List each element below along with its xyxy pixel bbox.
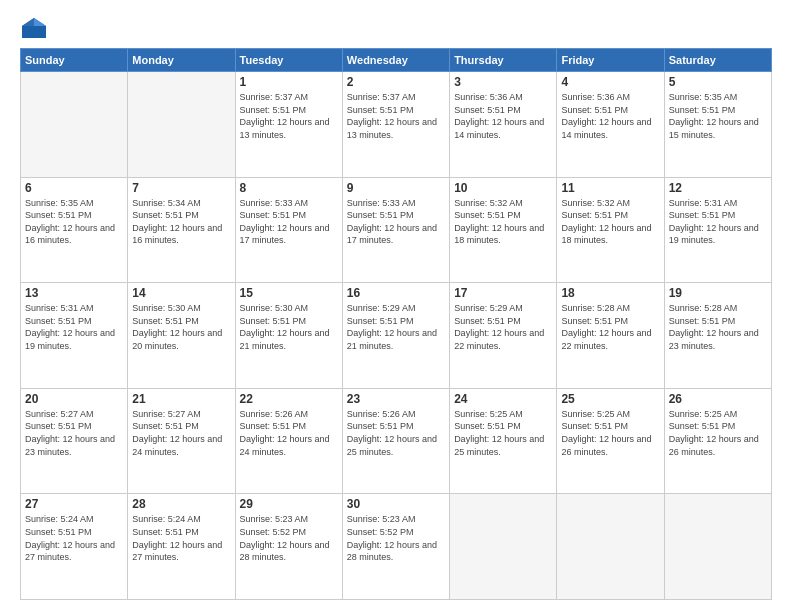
day-info: Sunrise: 5:31 AM Sunset: 5:51 PM Dayligh… <box>669 197 767 247</box>
day-info: Sunrise: 5:35 AM Sunset: 5:51 PM Dayligh… <box>669 91 767 141</box>
day-number: 4 <box>561 75 659 89</box>
day-info: Sunrise: 5:31 AM Sunset: 5:51 PM Dayligh… <box>25 302 123 352</box>
day-info: Sunrise: 5:24 AM Sunset: 5:51 PM Dayligh… <box>132 513 230 563</box>
day-info: Sunrise: 5:28 AM Sunset: 5:51 PM Dayligh… <box>561 302 659 352</box>
day-cell: 10Sunrise: 5:32 AM Sunset: 5:51 PM Dayli… <box>450 177 557 283</box>
column-header-wednesday: Wednesday <box>342 49 449 72</box>
day-info: Sunrise: 5:33 AM Sunset: 5:51 PM Dayligh… <box>347 197 445 247</box>
day-cell: 1Sunrise: 5:37 AM Sunset: 5:51 PM Daylig… <box>235 72 342 178</box>
day-number: 5 <box>669 75 767 89</box>
day-cell: 28Sunrise: 5:24 AM Sunset: 5:51 PM Dayli… <box>128 494 235 600</box>
logo <box>20 16 52 40</box>
day-cell <box>664 494 771 600</box>
day-info: Sunrise: 5:25 AM Sunset: 5:51 PM Dayligh… <box>454 408 552 458</box>
day-info: Sunrise: 5:25 AM Sunset: 5:51 PM Dayligh… <box>561 408 659 458</box>
day-cell: 16Sunrise: 5:29 AM Sunset: 5:51 PM Dayli… <box>342 283 449 389</box>
day-number: 11 <box>561 181 659 195</box>
day-cell: 2Sunrise: 5:37 AM Sunset: 5:51 PM Daylig… <box>342 72 449 178</box>
day-cell: 23Sunrise: 5:26 AM Sunset: 5:51 PM Dayli… <box>342 388 449 494</box>
column-header-saturday: Saturday <box>664 49 771 72</box>
day-number: 7 <box>132 181 230 195</box>
day-info: Sunrise: 5:30 AM Sunset: 5:51 PM Dayligh… <box>240 302 338 352</box>
day-number: 24 <box>454 392 552 406</box>
day-number: 19 <box>669 286 767 300</box>
day-info: Sunrise: 5:28 AM Sunset: 5:51 PM Dayligh… <box>669 302 767 352</box>
column-header-friday: Friday <box>557 49 664 72</box>
week-row-2: 6Sunrise: 5:35 AM Sunset: 5:51 PM Daylig… <box>21 177 772 283</box>
day-number: 3 <box>454 75 552 89</box>
calendar-table: SundayMondayTuesdayWednesdayThursdayFrid… <box>20 48 772 600</box>
day-number: 29 <box>240 497 338 511</box>
day-cell: 21Sunrise: 5:27 AM Sunset: 5:51 PM Dayli… <box>128 388 235 494</box>
day-cell: 14Sunrise: 5:30 AM Sunset: 5:51 PM Dayli… <box>128 283 235 389</box>
day-cell: 17Sunrise: 5:29 AM Sunset: 5:51 PM Dayli… <box>450 283 557 389</box>
day-cell: 27Sunrise: 5:24 AM Sunset: 5:51 PM Dayli… <box>21 494 128 600</box>
day-number: 21 <box>132 392 230 406</box>
day-number: 26 <box>669 392 767 406</box>
day-number: 28 <box>132 497 230 511</box>
week-row-4: 20Sunrise: 5:27 AM Sunset: 5:51 PM Dayli… <box>21 388 772 494</box>
day-number: 1 <box>240 75 338 89</box>
day-cell: 25Sunrise: 5:25 AM Sunset: 5:51 PM Dayli… <box>557 388 664 494</box>
day-number: 20 <box>25 392 123 406</box>
column-header-thursday: Thursday <box>450 49 557 72</box>
header <box>20 16 772 40</box>
day-number: 23 <box>347 392 445 406</box>
day-info: Sunrise: 5:26 AM Sunset: 5:51 PM Dayligh… <box>240 408 338 458</box>
day-number: 8 <box>240 181 338 195</box>
day-number: 22 <box>240 392 338 406</box>
day-number: 16 <box>347 286 445 300</box>
day-cell: 5Sunrise: 5:35 AM Sunset: 5:51 PM Daylig… <box>664 72 771 178</box>
day-info: Sunrise: 5:30 AM Sunset: 5:51 PM Dayligh… <box>132 302 230 352</box>
day-cell: 20Sunrise: 5:27 AM Sunset: 5:51 PM Dayli… <box>21 388 128 494</box>
day-cell: 6Sunrise: 5:35 AM Sunset: 5:51 PM Daylig… <box>21 177 128 283</box>
day-cell: 11Sunrise: 5:32 AM Sunset: 5:51 PM Dayli… <box>557 177 664 283</box>
day-cell <box>557 494 664 600</box>
day-number: 14 <box>132 286 230 300</box>
day-number: 17 <box>454 286 552 300</box>
column-header-tuesday: Tuesday <box>235 49 342 72</box>
day-info: Sunrise: 5:29 AM Sunset: 5:51 PM Dayligh… <box>454 302 552 352</box>
day-cell: 3Sunrise: 5:36 AM Sunset: 5:51 PM Daylig… <box>450 72 557 178</box>
column-header-monday: Monday <box>128 49 235 72</box>
logo-icon <box>20 16 48 40</box>
day-cell: 19Sunrise: 5:28 AM Sunset: 5:51 PM Dayli… <box>664 283 771 389</box>
day-cell: 15Sunrise: 5:30 AM Sunset: 5:51 PM Dayli… <box>235 283 342 389</box>
day-number: 27 <box>25 497 123 511</box>
svg-marker-2 <box>22 18 34 26</box>
day-cell <box>450 494 557 600</box>
day-number: 13 <box>25 286 123 300</box>
day-cell: 26Sunrise: 5:25 AM Sunset: 5:51 PM Dayli… <box>664 388 771 494</box>
day-number: 15 <box>240 286 338 300</box>
day-info: Sunrise: 5:26 AM Sunset: 5:51 PM Dayligh… <box>347 408 445 458</box>
day-number: 9 <box>347 181 445 195</box>
day-info: Sunrise: 5:29 AM Sunset: 5:51 PM Dayligh… <box>347 302 445 352</box>
day-cell: 30Sunrise: 5:23 AM Sunset: 5:52 PM Dayli… <box>342 494 449 600</box>
header-row: SundayMondayTuesdayWednesdayThursdayFrid… <box>21 49 772 72</box>
day-info: Sunrise: 5:32 AM Sunset: 5:51 PM Dayligh… <box>561 197 659 247</box>
day-number: 10 <box>454 181 552 195</box>
day-info: Sunrise: 5:32 AM Sunset: 5:51 PM Dayligh… <box>454 197 552 247</box>
day-cell <box>21 72 128 178</box>
day-cell: 7Sunrise: 5:34 AM Sunset: 5:51 PM Daylig… <box>128 177 235 283</box>
week-row-1: 1Sunrise: 5:37 AM Sunset: 5:51 PM Daylig… <box>21 72 772 178</box>
svg-marker-1 <box>34 18 46 26</box>
day-info: Sunrise: 5:27 AM Sunset: 5:51 PM Dayligh… <box>132 408 230 458</box>
day-info: Sunrise: 5:33 AM Sunset: 5:51 PM Dayligh… <box>240 197 338 247</box>
day-info: Sunrise: 5:36 AM Sunset: 5:51 PM Dayligh… <box>454 91 552 141</box>
day-info: Sunrise: 5:23 AM Sunset: 5:52 PM Dayligh… <box>347 513 445 563</box>
day-info: Sunrise: 5:24 AM Sunset: 5:51 PM Dayligh… <box>25 513 123 563</box>
week-row-5: 27Sunrise: 5:24 AM Sunset: 5:51 PM Dayli… <box>21 494 772 600</box>
day-cell: 4Sunrise: 5:36 AM Sunset: 5:51 PM Daylig… <box>557 72 664 178</box>
day-info: Sunrise: 5:23 AM Sunset: 5:52 PM Dayligh… <box>240 513 338 563</box>
day-cell: 18Sunrise: 5:28 AM Sunset: 5:51 PM Dayli… <box>557 283 664 389</box>
day-cell: 13Sunrise: 5:31 AM Sunset: 5:51 PM Dayli… <box>21 283 128 389</box>
day-cell: 9Sunrise: 5:33 AM Sunset: 5:51 PM Daylig… <box>342 177 449 283</box>
day-info: Sunrise: 5:37 AM Sunset: 5:51 PM Dayligh… <box>240 91 338 141</box>
day-cell: 22Sunrise: 5:26 AM Sunset: 5:51 PM Dayli… <box>235 388 342 494</box>
day-cell <box>128 72 235 178</box>
calendar-page: SundayMondayTuesdayWednesdayThursdayFrid… <box>0 0 792 612</box>
day-cell: 24Sunrise: 5:25 AM Sunset: 5:51 PM Dayli… <box>450 388 557 494</box>
day-number: 2 <box>347 75 445 89</box>
day-info: Sunrise: 5:37 AM Sunset: 5:51 PM Dayligh… <box>347 91 445 141</box>
